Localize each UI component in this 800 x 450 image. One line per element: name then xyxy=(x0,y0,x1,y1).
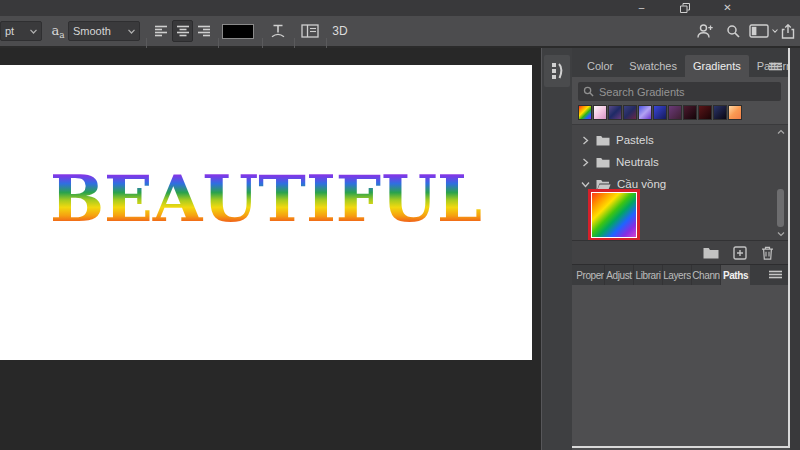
scroll-down-button[interactable] xyxy=(775,229,786,239)
3d-button[interactable]: 3D xyxy=(329,20,351,42)
scroll-up-button[interactable] xyxy=(775,127,786,137)
folder-closed-icon xyxy=(596,157,610,168)
plus-square-icon xyxy=(733,246,747,260)
gradient-swatch[interactable] xyxy=(683,105,697,120)
search-button[interactable] xyxy=(721,20,745,42)
scrollbar-thumb[interactable] xyxy=(777,189,784,227)
document-canvas[interactable]: BEAUTIFUL xyxy=(0,65,532,360)
gradient-swatch[interactable] xyxy=(623,105,637,120)
search-input[interactable] xyxy=(599,86,769,98)
tab-color[interactable]: Color xyxy=(579,55,621,77)
color-swatch-fill xyxy=(222,24,254,39)
toggle-panels-button[interactable] xyxy=(298,20,322,42)
chevron-down-icon xyxy=(772,29,778,33)
recent-gradients-row xyxy=(578,105,742,120)
menu-icon xyxy=(769,270,782,279)
smoothing-select[interactable]: Smooth xyxy=(68,21,140,41)
tab-properties[interactable]: Proper xyxy=(576,265,605,285)
workspace-switcher-button[interactable] xyxy=(748,20,778,42)
paths-panel-body xyxy=(572,285,788,450)
gradient-swatch[interactable] xyxy=(608,105,622,120)
gradient-swatch[interactable] xyxy=(728,105,742,120)
share-icon xyxy=(781,24,795,39)
new-group-button[interactable] xyxy=(703,247,719,259)
window-controls: – ✕ xyxy=(620,0,749,16)
person-add-icon xyxy=(696,23,714,39)
history-panel-button[interactable] xyxy=(544,55,570,87)
panel-menu-button[interactable] xyxy=(769,62,782,71)
restore-icon xyxy=(680,3,690,13)
scrollbar[interactable] xyxy=(775,127,786,239)
window-edge[interactable] xyxy=(788,48,790,448)
history-panel-icon xyxy=(550,61,564,81)
align-left-button[interactable] xyxy=(151,20,171,42)
canvas-text: BEAUTIFUL xyxy=(50,167,482,231)
search-icon xyxy=(726,24,740,38)
tab-paths[interactable]: Paths xyxy=(721,265,750,285)
gradient-group-pastels[interactable]: Pastels xyxy=(580,132,654,148)
selected-gradient-swatch[interactable] xyxy=(588,189,640,241)
gradient-swatch[interactable] xyxy=(653,105,667,120)
font-size-value: pt xyxy=(5,25,14,37)
search-icon xyxy=(583,86,594,97)
restore-button[interactable] xyxy=(663,0,706,16)
panels-icon xyxy=(301,24,319,38)
group-label: Pastels xyxy=(616,134,654,146)
gradient-list: Pastels Neutrals Cầu vồng xyxy=(572,124,788,240)
group-label: Neutrals xyxy=(616,156,659,168)
minimize-icon: – xyxy=(639,3,645,13)
titlebar: – ✕ xyxy=(0,0,800,16)
trash-icon xyxy=(761,246,774,260)
gradient-swatch[interactable] xyxy=(578,105,592,120)
add-user-button[interactable] xyxy=(693,20,717,42)
font-size-select[interactable]: pt xyxy=(0,21,42,41)
new-gradient-button[interactable] xyxy=(733,246,747,260)
tab-layers[interactable]: Layers xyxy=(663,265,692,285)
warp-text-icon xyxy=(269,23,287,39)
chevron-down-icon[interactable] xyxy=(580,181,590,188)
align-center-icon xyxy=(176,25,190,37)
text-color-swatch[interactable] xyxy=(222,24,254,39)
anti-alias-button[interactable]: aa xyxy=(48,21,68,41)
folder-open-icon xyxy=(596,179,611,190)
close-icon: ✕ xyxy=(723,3,731,13)
gradient-swatch[interactable] xyxy=(713,105,727,120)
smoothing-value: Smooth xyxy=(73,25,111,37)
right-panel: Color Swatches Gradients Patterns xyxy=(572,48,788,450)
chevron-right-icon[interactable] xyxy=(580,158,590,167)
tab-gradients[interactable]: Gradients xyxy=(685,55,749,77)
tab-channels[interactable]: Chann xyxy=(692,265,721,285)
bottom-panel-tab-bar: Proper Adjust Librari Layers Chann Paths xyxy=(572,264,788,285)
minimize-button[interactable]: – xyxy=(620,0,663,16)
gradient-swatch[interactable] xyxy=(668,105,682,120)
share-button[interactable] xyxy=(778,20,798,42)
gradient-search xyxy=(578,82,781,101)
chevron-right-icon[interactable] xyxy=(580,136,590,145)
gradient-group-neutrals[interactable]: Neutrals xyxy=(580,154,659,170)
gradient-swatch[interactable] xyxy=(698,105,712,120)
warp-text-button[interactable] xyxy=(266,20,290,42)
align-right-button[interactable] xyxy=(194,20,214,42)
anti-alias-icon: aa xyxy=(51,23,64,40)
chevron-down-icon xyxy=(128,29,135,34)
panel-menu-button[interactable] xyxy=(769,270,782,279)
delete-gradient-button[interactable] xyxy=(761,246,774,260)
gradients-panel-footer xyxy=(572,240,788,264)
options-bar: pt aa Smooth xyxy=(0,16,800,48)
chevron-down-icon xyxy=(30,29,37,34)
tab-libraries[interactable]: Librari xyxy=(634,265,663,285)
folder-closed-icon xyxy=(596,135,610,146)
window-edge xyxy=(790,48,800,450)
close-button[interactable]: ✕ xyxy=(706,0,749,16)
align-right-icon xyxy=(197,25,211,37)
gradients-panel-tab-bar: Color Swatches Gradients Patterns xyxy=(572,48,788,77)
gradient-swatch[interactable] xyxy=(638,105,652,120)
tab-adjustments[interactable]: Adjust xyxy=(605,265,634,285)
window-edge[interactable] xyxy=(572,446,788,448)
align-center-button[interactable] xyxy=(172,20,193,42)
gradient-swatch[interactable] xyxy=(593,105,607,120)
align-left-icon xyxy=(154,25,168,37)
tab-swatches[interactable]: Swatches xyxy=(621,55,685,77)
app-window: – ✕ pt aa Smooth xyxy=(0,0,800,450)
3d-label: 3D xyxy=(332,24,347,38)
